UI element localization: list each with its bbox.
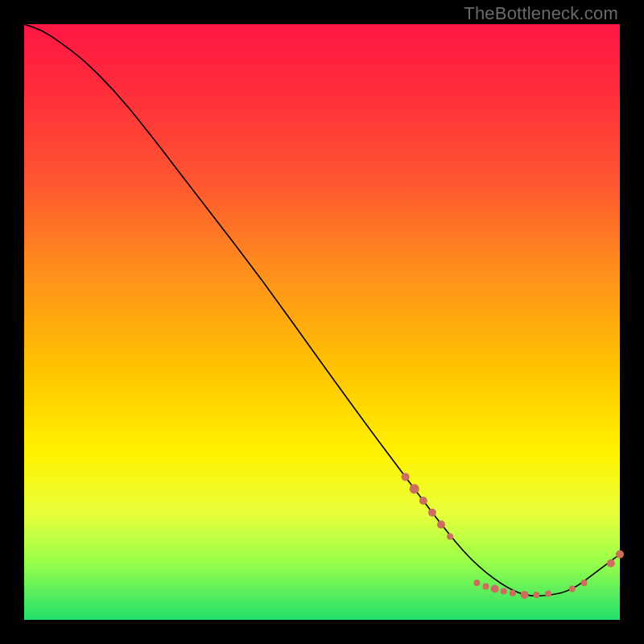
marker-cluster-b (545, 590, 551, 597)
marker-cluster-a (428, 509, 436, 517)
marker-cluster-a (419, 497, 427, 505)
plot-area (24, 24, 620, 620)
bottleneck-curve (24, 24, 620, 596)
marker-cluster-b (533, 592, 539, 598)
chart-frame: TheBottleneck.com (0, 0, 644, 644)
marker-cluster-c (616, 551, 624, 559)
marker-group (402, 473, 624, 599)
marker-cluster-b (491, 585, 499, 593)
marker-cluster-b (483, 584, 489, 590)
curve-svg (24, 24, 620, 620)
watermark-label: TheBottleneck.com (464, 3, 618, 24)
marker-cluster-c (581, 580, 588, 586)
marker-cluster-b (521, 591, 529, 599)
marker-cluster-b (501, 588, 507, 595)
marker-cluster-a (437, 521, 445, 529)
marker-cluster-c (607, 559, 615, 568)
marker-cluster-b (473, 580, 480, 586)
marker-cluster-a (410, 484, 419, 493)
marker-cluster-a (402, 473, 410, 481)
marker-cluster-a (447, 533, 453, 539)
marker-cluster-c (569, 586, 576, 592)
marker-cluster-b (510, 590, 516, 597)
